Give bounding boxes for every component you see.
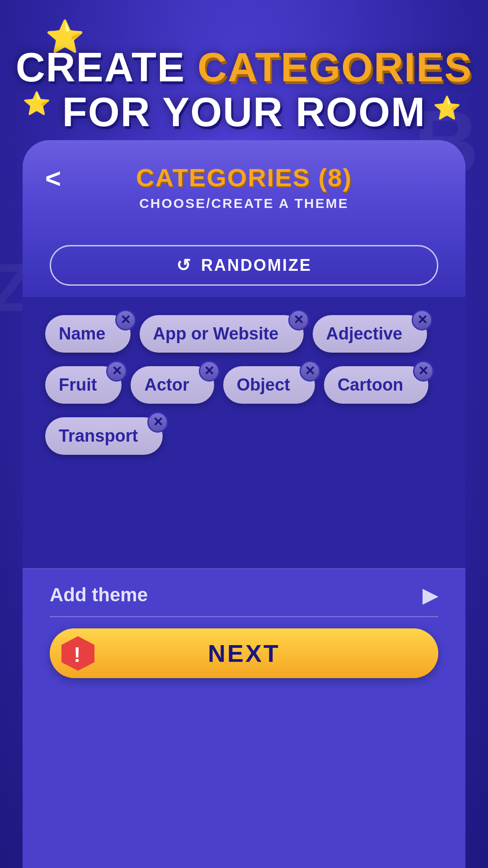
remove-object-button[interactable]: ✕ [300,361,320,382]
svg-text:!: ! [74,643,82,666]
tag-app-or-website[interactable]: App or Website ✕ [140,315,304,353]
randomize-section: ↺ RANDOMIZE [23,229,465,297]
remove-cartoon-button[interactable]: ✕ [413,361,434,382]
add-theme-label: Add theme [50,584,148,606]
tag-object[interactable]: Object ✕ [223,366,315,404]
remove-transport-button[interactable]: ✕ [147,412,168,433]
tag-cartoon-label: Cartoon [338,375,404,395]
tag-fruit-label: Fruit [59,375,97,395]
remove-app-or-website-button[interactable]: ✕ [288,310,309,330]
tags-area: Name ✕ App or Website ✕ Adjective ✕ Frui… [23,297,465,568]
next-button[interactable]: ! NEXT [50,628,438,678]
tag-transport-label: Transport [59,426,138,446]
remove-actor-button[interactable]: ✕ [199,361,220,382]
randomize-label: RANDOMIZE [201,256,312,275]
tag-adjective[interactable]: Adjective ✕ [313,315,427,353]
add-theme-row[interactable]: Add theme ▶ [50,583,438,617]
remove-adjective-button[interactable]: ✕ [412,310,432,330]
tag-object-label: Object [237,375,290,395]
tag-adjective-label: Adjective [326,324,403,344]
title-line2-text: FOR YOUR ROOM [0,90,488,135]
tag-app-or-website-label: App or Website [153,324,279,344]
card-subtitle: CHOOSE/CREATE A THEME [50,196,438,211]
warning-icon: ! [59,634,97,673]
main-title: CREATE CATEGORIES FOR YOUR ROOM [0,45,488,135]
tag-transport[interactable]: Transport ✕ [45,417,163,455]
tag-actor-label: Actor [144,375,189,395]
next-section: ! NEXT [23,617,465,701]
add-theme-section: Add theme ▶ [23,568,465,617]
back-button[interactable]: < [45,165,61,192]
remove-name-button[interactable]: ✕ [115,310,136,330]
next-label: NEXT [208,639,280,667]
refresh-icon: ↺ [176,255,192,275]
tag-actor[interactable]: Actor ✕ [131,366,214,404]
add-theme-arrow-icon: ▶ [422,583,438,607]
randomize-button[interactable]: ↺ RANDOMIZE [50,245,438,286]
tag-name[interactable]: Name ✕ [45,315,131,353]
title-create-text: CREATE [16,45,197,90]
tag-fruit[interactable]: Fruit ✕ [45,366,122,404]
card-header: < CATEGORIES (8) CHOOSE/CREATE A THEME [23,140,465,229]
title-categories-text: CATEGORIES [197,45,472,90]
tags-grid: Name ✕ App or Website ✕ Adjective ✕ Frui… [45,315,443,455]
tag-cartoon[interactable]: Cartoon ✕ [324,366,428,404]
card-title: CATEGORIES (8) [50,163,438,192]
remove-fruit-button[interactable]: ✕ [106,361,127,382]
main-card: < CATEGORIES (8) CHOOSE/CREATE A THEME ↺… [23,140,465,868]
tag-name-label: Name [59,324,106,344]
